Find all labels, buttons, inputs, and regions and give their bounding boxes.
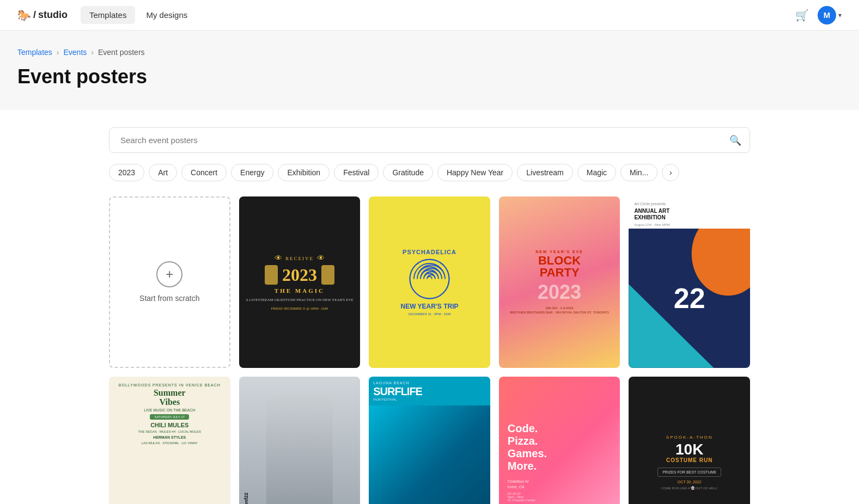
tag-happy-new-year[interactable]: Happy New Year bbox=[437, 164, 513, 181]
arch-vertical-title: arconf22 bbox=[243, 493, 249, 504]
psycho-subtitle: NEW YEAR'S TRIP bbox=[401, 303, 459, 310]
filter-tags-next-arrow[interactable]: › bbox=[662, 164, 679, 181]
tag-festival[interactable]: Festival bbox=[334, 164, 379, 181]
hero-section: Templates › Events › Event posters Event… bbox=[0, 30, 859, 110]
header: 🐎 / studio Templates My designs 🛒 M ▾ bbox=[0, 0, 859, 30]
logo[interactable]: 🐎 / studio bbox=[17, 9, 68, 22]
block-title: BLOCKPARTY bbox=[538, 255, 581, 279]
template-card-magic[interactable]: 👁 RECEIVE 👁 2023 THE MAGIC A LIVESTREAM … bbox=[239, 196, 361, 368]
tag-concert[interactable]: Concert bbox=[181, 164, 227, 181]
surf-top: LAGUNA BEACH SURFLIFE FILM FESTIVAL bbox=[369, 377, 490, 405]
template-card-spook[interactable]: SPOOK-A-THON 10K COSTUME RUN PRIZES FOR … bbox=[629, 377, 750, 504]
magic-receive-text: RECEIVE bbox=[285, 256, 314, 261]
tag-livestream[interactable]: Livestream bbox=[517, 164, 572, 181]
code-date: 06-15-225pm – 8pmSt. Chaudin Center bbox=[508, 492, 612, 502]
code-subtitle: Codethon IVIrvine, CA bbox=[508, 479, 612, 490]
template-card-psycho[interactable]: PSYCHADELICA NEW YEAR'S TRIP DECEMBER 31… bbox=[369, 196, 490, 368]
summer-name1: CHILI MULES bbox=[150, 422, 188, 429]
spook-subtitle: COSTUME RUN bbox=[666, 457, 712, 463]
summer-location: BOLLYWOODS PRESENTS IN VENICE BEACH bbox=[119, 383, 221, 387]
tag-magic[interactable]: Magic bbox=[577, 164, 616, 181]
psycho-title: PSYCHADELICA bbox=[403, 249, 456, 255]
psycho-detail: DECEMBER 31 · 8PM - 2AM bbox=[409, 312, 450, 316]
tag-min[interactable]: Min... bbox=[620, 164, 657, 181]
magic-date: FRIDAY DECEMBER 31 @ 10PM - 2AM bbox=[271, 307, 328, 310]
tag-exhibition[interactable]: Exhibition bbox=[278, 164, 330, 181]
scratch-label: Start from scratch bbox=[139, 294, 199, 303]
logo-separator: / bbox=[33, 9, 36, 21]
block-nye-label: NEW YEAR'S EVE bbox=[535, 250, 583, 254]
tag-2023[interactable]: 2023 bbox=[109, 164, 144, 181]
logo-icon: 🐎 bbox=[17, 9, 31, 22]
summer-subtitle: LIVE MUSIC ON THE BEACH bbox=[144, 408, 195, 412]
start-from-scratch-card[interactable]: + Start from scratch bbox=[109, 196, 230, 368]
surf-title: SURFLIFE bbox=[373, 386, 486, 397]
surf-location: LAGUNA BEACH bbox=[373, 381, 486, 385]
spook-date: OCT 30, 2022 bbox=[678, 480, 702, 484]
avatar: M bbox=[818, 6, 836, 24]
plus-circle-icon: + bbox=[156, 261, 182, 287]
breadcrumb-events[interactable]: Events bbox=[63, 48, 87, 57]
template-grid: + Start from scratch 👁 RECEIVE 👁 2023 TH… bbox=[109, 196, 750, 504]
filter-tags: 2023 Art Concert Energy Exhibition Festi… bbox=[109, 164, 750, 181]
spook-prizes: PRIZES FOR BEST COSTUME bbox=[657, 468, 721, 477]
year-display: 2023 bbox=[282, 265, 317, 285]
template-card-surflife[interactable]: LAGUNA BEACH SURFLIFE FILM FESTIVAL LAGU… bbox=[369, 377, 490, 504]
art-number: 22 bbox=[674, 282, 705, 315]
tag-gratitude[interactable]: Gratitude bbox=[383, 164, 433, 181]
page-title: Event posters bbox=[17, 65, 842, 88]
plus-sign: + bbox=[166, 267, 173, 282]
avatar-wrapper[interactable]: M ▾ bbox=[818, 6, 842, 24]
breadcrumb: Templates › Events › Event posters bbox=[17, 48, 842, 57]
breadcrumb-templates[interactable]: Templates bbox=[17, 48, 52, 57]
template-card-art-exhibition[interactable]: Art Circle presents ANNUAL ARTEXHIBITION… bbox=[629, 196, 750, 368]
search-input[interactable] bbox=[109, 127, 750, 153]
nav-my-designs[interactable]: My designs bbox=[137, 6, 196, 24]
template-card-code[interactable]: Code. Pizza. Games. More. Codethon IVIrv… bbox=[499, 377, 620, 504]
template-card-block-party[interactable]: NEW YEAR'S EVE BLOCKPARTY 2023 295-301 ·… bbox=[499, 196, 620, 368]
header-right: 🛒 M ▾ bbox=[795, 6, 842, 24]
search-container: 🔍 bbox=[109, 127, 750, 153]
art-org: Art Circle presents bbox=[634, 202, 745, 206]
code-title: Code. Pizza. Games. More. bbox=[508, 422, 612, 472]
hourglass-left bbox=[265, 265, 278, 285]
summer-supporting2: LAS MULAS · STICKRML · LIC VINNY bbox=[142, 441, 198, 445]
summer-date-badge: SATURDAY JULY 27 bbox=[150, 414, 189, 420]
spook-footer: COME RUN LIKE A 👻 OUT OF HELL! bbox=[661, 486, 718, 490]
spiral-container bbox=[409, 259, 450, 299]
avatar-chevron-icon: ▾ bbox=[838, 11, 842, 19]
search-icon: 🔍 bbox=[729, 135, 741, 146]
search-button[interactable]: 🔍 bbox=[729, 134, 741, 146]
summer-title: SummerVibes bbox=[154, 388, 186, 407]
logo-text: studio bbox=[38, 9, 68, 21]
tag-art[interactable]: Art bbox=[149, 164, 177, 181]
art-bottom: 22 bbox=[629, 229, 750, 368]
arch-building bbox=[266, 398, 333, 504]
header-nav: Templates My designs bbox=[81, 6, 196, 24]
art-date: August 27th - After MPM bbox=[634, 223, 745, 226]
nav-templates[interactable]: Templates bbox=[81, 6, 135, 24]
tag-energy[interactable]: Energy bbox=[231, 164, 273, 181]
main-content: 🔍 2023 Art Concert Energy Exhibition Fes… bbox=[0, 110, 859, 504]
block-year: 2023 bbox=[538, 281, 581, 304]
magic-desc: A LIVESTREAM GRATITUDE PRACTICE ON NEW Y… bbox=[246, 297, 354, 303]
summer-supporting: THE SEGAS · MULES-44 · LOCAL MULES bbox=[138, 430, 201, 433]
art-header: Art Circle presents ANNUAL ARTEXHIBITION… bbox=[629, 196, 750, 229]
block-details: 295-301 · 2-9-2023BROTHER BROTHERS BAR ·… bbox=[510, 306, 609, 315]
breadcrumb-sep-1: › bbox=[57, 48, 59, 57]
arch-image-area: arconf22 bbox=[239, 377, 361, 504]
surf-gradient bbox=[369, 405, 490, 504]
template-card-summer-vibes[interactable]: BOLLYWOODS PRESENTS IN VENICE BEACH Summ… bbox=[109, 377, 230, 504]
summer-name2: HERMAN STYLES bbox=[153, 435, 186, 440]
spook-number: 10K bbox=[675, 442, 703, 457]
cart-icon[interactable]: 🛒 bbox=[795, 9, 809, 22]
surf-image-area: LAGUNA BEACH SURF, FILM AND ART bbox=[369, 405, 490, 504]
breadcrumb-current: Event posters bbox=[98, 48, 145, 57]
svg-point-1 bbox=[413, 262, 446, 295]
eye-icon-right: 👁 bbox=[317, 254, 325, 263]
surf-sub: FILM FESTIVAL bbox=[373, 398, 486, 401]
eye-icon-left: 👁 bbox=[275, 254, 282, 263]
magic-subtitle: THE MAGIC bbox=[275, 287, 325, 294]
template-card-architecture[interactable]: arconf22 architectureconference2022 Sept… bbox=[239, 377, 361, 504]
hourglass-right bbox=[321, 265, 334, 285]
